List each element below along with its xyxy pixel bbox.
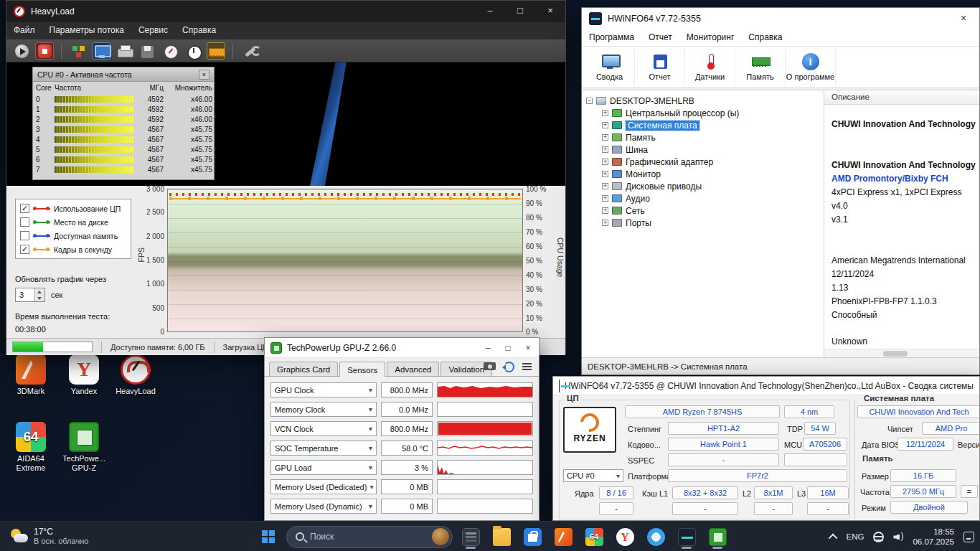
cpu-stress-button[interactable] — [161, 42, 179, 60]
gpuz-titlebar[interactable]: TechPowerUp GPU-Z 2.66.0 — [265, 338, 539, 358]
memory-button[interactable]: Память — [735, 48, 786, 86]
summary-button[interactable]: Сводка — [585, 48, 635, 86]
menu-program[interactable]: Программа — [582, 29, 641, 46]
print-stress-button[interactable] — [115, 42, 133, 60]
refresh-icon[interactable] — [502, 361, 514, 372]
stepper-up-icon[interactable] — [35, 288, 44, 295]
search-input[interactable] — [310, 532, 426, 542]
available-memory-checkbox[interactable] — [20, 231, 29, 240]
notification-icon[interactable] — [963, 532, 974, 542]
test-options-button[interactable] — [69, 42, 88, 60]
expand-icon[interactable] — [602, 183, 608, 189]
hidden-icons-chevron[interactable] — [828, 533, 837, 542]
menu-help[interactable]: Справка — [741, 29, 789, 46]
expand-icon[interactable] — [602, 207, 608, 214]
expand-icon[interactable] — [602, 171, 608, 177]
stop-test-button[interactable] — [35, 42, 54, 60]
minimize-button[interactable]: – — [475, 1, 505, 22]
sensor-select[interactable]: GPU Load — [270, 460, 377, 475]
desktop-icon-yandex[interactable]: Yandex — [57, 354, 110, 396]
language-indicator[interactable]: ENG — [847, 532, 864, 541]
minimize-button[interactable] — [483, 343, 493, 353]
network-icon[interactable] — [873, 532, 884, 542]
tab-advanced[interactable]: Advanced — [387, 362, 439, 376]
taskbar-search[interactable] — [286, 526, 453, 548]
about-button[interactable]: О программе — [786, 48, 836, 86]
summary-titlebar[interactable]: HWiNFO64 v7.72-5355 @ CHUWI Innovation A… — [553, 377, 979, 395]
clock[interactable]: 18:55 06.07.2025 — [913, 527, 954, 547]
heavyload-titlebar[interactable]: HeavyLoad – □ × — [6, 1, 565, 22]
scrollbar-thumb[interactable] — [883, 351, 908, 357]
desktop-icon-gpuz[interactable]: TechPowe... GPU-Z — [57, 422, 110, 473]
sensor-select[interactable]: VCN Clock — [270, 421, 377, 436]
tree-item-bus[interactable]: Шина — [583, 143, 822, 156]
expand-icon[interactable] — [602, 146, 608, 153]
description-column-header[interactable]: Описание — [824, 90, 979, 105]
cpu-usage-checkbox[interactable] — [20, 204, 29, 213]
tab-graphics-card[interactable]: Graphics Card — [269, 362, 338, 376]
maximize-button[interactable]: □ — [505, 1, 535, 22]
taskbar-hwinfo[interactable] — [674, 524, 699, 550]
memory-stress-button[interactable] — [207, 42, 225, 60]
close-button[interactable] — [948, 8, 979, 29]
expand-icon[interactable] — [602, 195, 608, 202]
taskbar-aida64[interactable] — [581, 524, 607, 550]
tree-item-audio[interactable]: Аудио — [583, 192, 822, 204]
tree-item-memory[interactable]: Память — [583, 131, 822, 143]
taskbar-gpuz[interactable] — [705, 524, 730, 550]
tree-item-gpu[interactable]: Графический адаптер — [583, 156, 822, 168]
tree-item-computer[interactable]: DESKTOP-3MEHLRB — [583, 95, 822, 107]
sensor-select[interactable]: GPU Clock — [270, 382, 377, 397]
disk-space-checkbox[interactable] — [20, 217, 29, 227]
close-button[interactable] — [523, 343, 533, 353]
taskbar-file-explorer[interactable] — [489, 524, 514, 550]
volume-icon[interactable] — [893, 532, 903, 542]
expand-icon[interactable] — [602, 134, 608, 141]
tree-item-network[interactable]: Сеть — [583, 204, 822, 217]
sensor-select[interactable]: Memory Used (Dynamic) — [270, 499, 377, 514]
close-icon[interactable] — [199, 70, 209, 80]
expand-icon[interactable] — [602, 122, 608, 128]
gpu-stress-button[interactable] — [92, 42, 110, 60]
desktop-icon-3dmark[interactable]: 3DMark — [4, 354, 57, 396]
start-button[interactable] — [255, 524, 281, 550]
write-disk-button[interactable] — [138, 42, 156, 60]
close-button[interactable]: × — [535, 1, 565, 22]
tree-item-ports[interactable]: Порты — [583, 217, 822, 229]
tab-sensors[interactable]: Sensors — [339, 362, 385, 377]
menu-thread-options[interactable]: Параметры потока — [42, 22, 131, 39]
search-highlight-image[interactable] — [432, 528, 449, 545]
taskbar-store[interactable] — [519, 524, 545, 550]
report-button[interactable]: Отчет — [635, 48, 685, 86]
sensor-select[interactable]: Memory Used (Dedicated) — [270, 479, 377, 494]
taskbar-3dmark[interactable] — [550, 524, 576, 550]
update-interval-stepper[interactable]: 3 — [15, 288, 45, 302]
tree-item-motherboard[interactable]: Системная плата — [583, 119, 822, 131]
expand-icon[interactable] — [602, 110, 608, 116]
sensors-button[interactable]: Датчики — [685, 48, 735, 86]
desktop-icon-heavyload[interactable]: HeavyLoad — [109, 354, 162, 396]
tree-item-drives[interactable]: Дисковые приводы — [583, 180, 822, 192]
tree-item-cpu[interactable]: Центральный процессор (ы) — [583, 107, 822, 119]
sensor-select[interactable]: Memory Clock — [270, 402, 377, 417]
expand-icon[interactable] — [602, 220, 608, 226]
taskbar-yandex[interactable] — [612, 524, 638, 550]
maximize-button[interactable] — [503, 343, 513, 353]
collapse-icon[interactable] — [586, 98, 593, 104]
hamburger-menu-icon[interactable] — [521, 361, 533, 372]
menu-help[interactable]: Справка — [175, 22, 223, 39]
screenshot-camera-icon[interactable] — [484, 361, 496, 372]
weather-widget[interactable]: 17°C В осн. облачно — [4, 524, 94, 550]
sensor-select[interactable]: SOC Temperature — [270, 441, 377, 456]
taskbar-heavyload-app[interactable] — [458, 524, 484, 550]
stepper-down-icon[interactable] — [35, 295, 44, 301]
menu-report[interactable]: Отчет — [641, 29, 679, 46]
desktop-icon-aida64[interactable]: AIDA64 Extreme — [4, 422, 57, 473]
cpu-overlay-titlebar[interactable]: CPU #0 - Активная частота — [33, 67, 214, 82]
horizontal-scrollbar[interactable] — [824, 349, 979, 357]
timer-button[interactable] — [184, 42, 202, 60]
expand-icon[interactable] — [602, 159, 608, 165]
settings-tools-button[interactable] — [240, 42, 259, 60]
tree-item-monitor[interactable]: Монитор — [583, 168, 822, 180]
start-test-button[interactable] — [12, 42, 31, 60]
